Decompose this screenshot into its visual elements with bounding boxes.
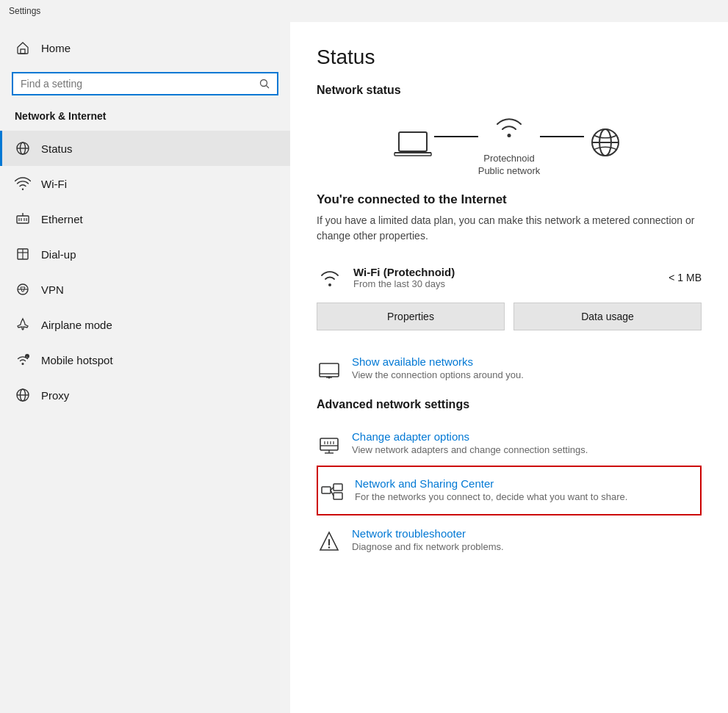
dialup-icon	[15, 246, 31, 262]
vpn-icon	[15, 281, 31, 297]
svg-rect-28	[320, 363, 339, 377]
troubleshooter-icon	[317, 529, 342, 554]
sidebar-item-hotspot[interactable]: + Mobile hotspot	[0, 342, 290, 377]
network-diagram: Protechnoid Public network	[317, 110, 702, 178]
page-title: Status	[317, 46, 702, 69]
hotspot-icon: +	[15, 352, 31, 368]
globe-icon	[15, 140, 31, 156]
troubleshooter-desc: Diagnose and fix network problems.	[352, 541, 504, 552]
sharing-center-title: Network and Sharing Center	[355, 477, 627, 490]
change-adapter-text: Change adapter options View network adap…	[352, 430, 588, 455]
svg-rect-22	[399, 132, 427, 151]
wifi-data-used: < 1 MB	[668, 272, 702, 283]
sidebar-item-label-airplane: Airplane mode	[41, 319, 112, 331]
home-icon	[15, 40, 31, 56]
line-2	[540, 136, 584, 137]
airplane-icon	[15, 316, 31, 333]
svg-rect-24	[394, 153, 431, 156]
show-networks-desc: View the connection options around you.	[352, 369, 524, 380]
search-box	[12, 72, 278, 95]
laptop-icon	[392, 126, 434, 162]
sidebar-section-title: Network & Internet	[0, 104, 290, 131]
wifi-sub: From the last 30 days	[353, 278, 658, 289]
network-name-label: Protechnoid Public network	[478, 153, 541, 178]
sidebar-item-label-dialup: Dial-up	[41, 248, 76, 261]
sharing-center-text: Network and Sharing Center For the netwo…	[355, 477, 627, 502]
globe-icon-wrap	[584, 126, 627, 162]
sidebar-item-dialup[interactable]: Dial-up	[0, 236, 290, 272]
search-icon[interactable]	[259, 79, 270, 89]
network-status-heading: Network status	[317, 84, 702, 97]
wifi-signal-icon	[488, 110, 530, 145]
sidebar-home[interactable]: Home	[0, 29, 290, 66]
sharing-center-icon	[320, 479, 345, 504]
show-networks-option[interactable]: Show available networks View the connect…	[317, 347, 702, 391]
svg-rect-40	[322, 487, 331, 493]
sidebar-item-label-status: Status	[41, 142, 73, 155]
svg-point-1	[261, 80, 267, 87]
sidebar-item-label-ethernet: Ethernet	[41, 213, 83, 225]
wifi-icon	[15, 175, 31, 192]
connected-desc: If you have a limited data plan, you can…	[317, 213, 702, 244]
internet-icon	[584, 126, 627, 162]
search-wrapper	[0, 66, 290, 104]
troubleshooter-text: Network troubleshooter Diagnose and fix …	[352, 527, 504, 552]
svg-rect-41	[334, 484, 342, 491]
sidebar-item-vpn[interactable]: VPN	[0, 272, 290, 307]
proxy-icon	[15, 387, 31, 403]
sidebar-item-proxy[interactable]: Proxy	[0, 377, 290, 413]
line-1	[434, 136, 478, 137]
action-buttons: Properties Data usage	[317, 303, 702, 330]
svg-line-2	[267, 86, 270, 89]
sidebar-item-status[interactable]: Status	[0, 131, 290, 166]
show-networks-text: Show available networks View the connect…	[352, 355, 524, 380]
change-adapter-option[interactable]: Change adapter options View network adap…	[317, 421, 702, 466]
change-adapter-title: Change adapter options	[352, 430, 588, 443]
svg-rect-42	[334, 493, 342, 499]
sharing-center-highlight: Network and Sharing Center For the netwo…	[317, 466, 702, 515]
show-networks-title: Show available networks	[352, 355, 524, 368]
change-adapter-desc: View network adapters and change connect…	[352, 444, 588, 455]
sidebar-item-label-hotspot: Mobile hotspot	[41, 354, 113, 366]
advanced-heading: Advanced network settings	[317, 398, 702, 411]
sidebar-item-label-wifi: Wi-Fi	[41, 178, 67, 190]
troubleshooter-title: Network troubleshooter	[352, 527, 504, 540]
wifi-row: Wi-Fi (Protechnoid) From the last 30 day…	[317, 257, 702, 303]
sidebar-item-airplane[interactable]: Airplane mode	[0, 307, 290, 342]
svg-rect-0	[21, 49, 25, 54]
search-input[interactable]	[21, 78, 259, 90]
change-adapter-icon	[317, 432, 342, 457]
svg-point-46	[328, 546, 330, 548]
data-usage-button[interactable]: Data usage	[513, 303, 702, 330]
troubleshooter-option[interactable]: Network troubleshooter Diagnose and fix …	[317, 518, 702, 562]
wifi-row-icon	[317, 264, 343, 291]
sidebar-item-ethernet[interactable]: Ethernet	[0, 201, 290, 236]
app-title: Settings	[9, 6, 40, 16]
connected-text: You're connected to the Internet	[317, 192, 702, 207]
sidebar-item-label-proxy: Proxy	[41, 389, 69, 402]
properties-button[interactable]: Properties	[317, 303, 505, 330]
sidebar-item-wifi[interactable]: Wi-Fi	[0, 166, 290, 201]
sidebar-item-label-vpn: VPN	[41, 283, 64, 296]
laptop-icon-wrap	[392, 126, 434, 162]
ethernet-icon	[15, 211, 31, 227]
svg-rect-32	[320, 438, 338, 450]
sidebar: Home Network & Internet	[0, 22, 290, 713]
show-networks-icon	[317, 357, 342, 382]
sharing-center-desc: For the networks you connect to, decide …	[355, 491, 627, 502]
title-bar: Settings	[0, 0, 728, 22]
wifi-info: Wi-Fi (Protechnoid) From the last 30 day…	[353, 266, 658, 289]
home-label: Home	[41, 42, 71, 54]
content-area: Status Network status	[290, 22, 728, 713]
wifi-signal-wrap: Protechnoid Public network	[478, 110, 541, 178]
sharing-center-option[interactable]: Network and Sharing Center For the netwo…	[320, 468, 699, 513]
wifi-name: Wi-Fi (Protechnoid)	[353, 266, 658, 278]
